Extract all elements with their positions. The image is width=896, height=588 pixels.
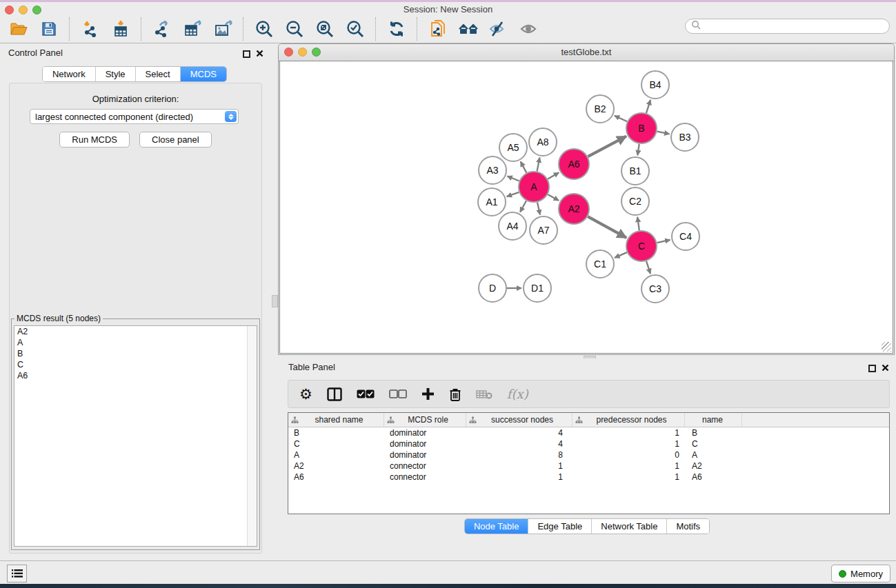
graph-edge[interactable]	[521, 161, 527, 172]
list-item[interactable]: A6	[14, 370, 257, 381]
show-columns-icon[interactable]	[327, 385, 342, 403]
graph-node-C4[interactable]: C4	[672, 223, 699, 250]
graph-node-A5[interactable]: A5	[499, 134, 527, 161]
resize-grip-icon[interactable]	[882, 342, 891, 352]
optimization-criterion-select[interactable]: largest connected component (directed)	[30, 109, 239, 124]
graph-node-C2[interactable]: C2	[621, 187, 649, 215]
table-row[interactable]: A2 connector 1 1 A2	[288, 460, 889, 472]
close-panel-icon[interactable]	[882, 363, 889, 374]
refresh-layout-icon[interactable]	[386, 19, 407, 39]
graph-node-A7[interactable]: A7	[530, 216, 557, 244]
zoom-fit-icon[interactable]	[315, 19, 335, 39]
table-row[interactable]: A6 connector 1 1 A6	[288, 472, 889, 483]
graph-edge[interactable]	[637, 144, 639, 155]
list-item[interactable]: C	[14, 359, 257, 370]
graph-edge[interactable]	[637, 217, 639, 230]
show-panels-list-button[interactable]	[7, 565, 27, 582]
graph-node-B4[interactable]: B4	[641, 71, 669, 99]
graph-edge[interactable]	[615, 116, 627, 122]
zoom-in-icon[interactable]	[254, 19, 275, 39]
run-mcds-button[interactable]: Run MCDS	[59, 132, 130, 148]
graph-node-C[interactable]: C	[626, 231, 657, 261]
graph-node-A[interactable]: A	[519, 172, 549, 202]
graph-node-B[interactable]: B	[626, 113, 657, 143]
graph-node-C3[interactable]: C3	[641, 275, 669, 303]
graph-node-D1[interactable]: D1	[524, 274, 551, 302]
graph-node-A2[interactable]: A2	[559, 194, 589, 224]
tab-style[interactable]: Style	[96, 67, 136, 81]
graph-node-A4[interactable]: A4	[499, 212, 526, 240]
tab-network-table[interactable]: Network Table	[592, 519, 667, 534]
graph-edge[interactable]	[615, 252, 627, 258]
export-network-icon[interactable]	[152, 19, 172, 39]
new-network-from-selection-icon[interactable]	[428, 19, 448, 39]
tab-network[interactable]: Network	[43, 67, 96, 81]
hide-selected-icon[interactable]	[488, 19, 509, 39]
graph-node-B1[interactable]: B1	[621, 157, 649, 185]
table-row[interactable]: C dominator 4 1 C	[288, 438, 889, 449]
export-image-icon[interactable]	[212, 19, 233, 39]
scrollbar-track[interactable]	[247, 326, 257, 546]
close-panel-icon[interactable]	[256, 49, 263, 59]
splitter-grip[interactable]	[272, 295, 278, 307]
close-panel-button[interactable]: Close panel	[139, 132, 212, 148]
column-header-shared-name[interactable]: shared name	[288, 413, 384, 427]
zoom-selected-icon[interactable]	[345, 19, 366, 39]
graph-node-B3[interactable]: B3	[671, 123, 699, 151]
graph-edge[interactable]	[537, 158, 540, 172]
column-header-successor-nodes[interactable]: successor nodes	[466, 413, 573, 427]
graph-edge[interactable]	[646, 100, 650, 113]
tab-select[interactable]: Select	[136, 67, 181, 81]
create-column-icon[interactable]	[421, 385, 435, 403]
table-row[interactable]: A dominator 8 0 A	[288, 449, 889, 460]
graph-node-A1[interactable]: A1	[478, 188, 506, 216]
graph-node-C1[interactable]: C1	[586, 250, 614, 278]
graph-edge[interactable]	[646, 261, 650, 274]
import-table-icon[interactable]	[110, 19, 131, 39]
mcds-result-list[interactable]: A2 A B C A6	[14, 325, 257, 547]
graph-edge[interactable]	[548, 194, 559, 201]
network-window-titlebar[interactable]: testGlobe.txt	[279, 44, 894, 61]
column-header-name[interactable]: name	[685, 413, 742, 427]
float-panel-icon[interactable]	[868, 365, 876, 372]
graph-edge[interactable]	[520, 201, 526, 212]
tab-motifs[interactable]: Motifs	[667, 519, 709, 534]
search-input[interactable]	[685, 19, 890, 34]
graph-edge[interactable]	[507, 176, 519, 181]
list-item[interactable]: B	[14, 348, 257, 359]
graph-node-D[interactable]: D	[479, 274, 506, 302]
graph-edge[interactable]	[548, 172, 559, 179]
graph-edge[interactable]	[657, 240, 670, 243]
memory-button[interactable]: Memory	[831, 565, 890, 582]
graph-edge[interactable]	[507, 192, 519, 196]
show-all-icon[interactable]	[519, 19, 539, 39]
list-item[interactable]: A	[14, 337, 257, 348]
graph-node-A6[interactable]: A6	[559, 149, 589, 179]
graph-edge[interactable]	[537, 202, 540, 214]
save-session-icon[interactable]	[39, 19, 59, 39]
delete-column-trash-icon[interactable]	[449, 385, 461, 403]
table-row[interactable]: B dominator 4 1 B	[288, 427, 889, 438]
column-header-mcds-role[interactable]: MCDS role	[384, 413, 466, 427]
tab-node-table[interactable]: Node Table	[465, 519, 529, 534]
zoom-out-icon[interactable]	[284, 19, 305, 39]
list-item[interactable]: A2	[14, 326, 257, 337]
select-all-icon[interactable]	[357, 385, 375, 403]
export-table-icon[interactable]	[182, 19, 203, 39]
first-neighbors-icon[interactable]	[458, 19, 479, 39]
graph-node-A8[interactable]: A8	[529, 128, 557, 156]
graph-node-A3[interactable]: A3	[479, 156, 506, 184]
graph-edge[interactable]	[657, 132, 670, 134]
open-session-icon[interactable]	[8, 19, 29, 39]
graph-node-B2[interactable]: B2	[586, 95, 614, 123]
graph-edge[interactable]	[588, 136, 626, 157]
deselect-all-icon[interactable]	[389, 385, 407, 403]
column-header-predecessor-nodes[interactable]: predecessor nodes	[573, 413, 685, 427]
function-builder-icon[interactable]: f(x)	[507, 385, 528, 403]
tab-mcds[interactable]: MCDS	[181, 67, 226, 81]
graph-edge[interactable]	[588, 216, 626, 238]
network-canvas[interactable]: B4B2BB3A8A5A6B1A3AC2A1A2A4A7C4CC1DD1C3	[279, 61, 893, 354]
table-settings-gear-icon[interactable]: ⚙	[299, 385, 312, 403]
import-network-icon[interactable]	[80, 19, 101, 39]
float-panel-icon[interactable]	[243, 50, 250, 58]
